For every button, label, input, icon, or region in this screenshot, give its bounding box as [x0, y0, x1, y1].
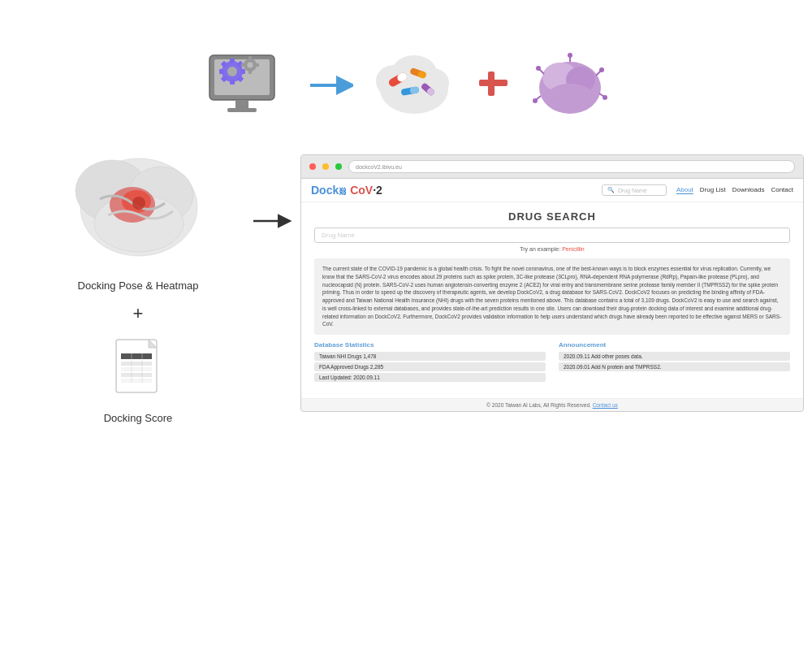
svg-rect-18: [256, 63, 259, 67]
announce-title: Announcement: [559, 341, 790, 349]
stats-row-3: Last Updated: 2020.09.11: [314, 373, 546, 382]
svg-rect-60: [121, 362, 152, 366]
nav-contact[interactable]: Contact: [771, 186, 793, 194]
description-text: The current state of the COVID-19 pandem…: [322, 266, 781, 327]
stats-announcement-section: Database Statistics Taiwan NHI Drugs 1,4…: [314, 341, 790, 384]
logo-dock: Dock: [311, 184, 339, 197]
footer-contact-link[interactable]: Contact us: [593, 402, 618, 408]
drug-search-title: DRUG SEARCH: [314, 210, 790, 223]
drug-input-placeholder: Drug Name: [322, 232, 355, 239]
browser-url-bar[interactable]: dockcoV2.ibivu.eu: [348, 160, 795, 173]
site-main: DRUG SEARCH Drug Name Try an example: Pe…: [301, 202, 803, 398]
svg-rect-35: [488, 72, 495, 96]
browser-dot-red: [309, 163, 316, 170]
description-block: The current state of the COVID-19 pandem…: [314, 258, 790, 335]
svg-point-5: [227, 67, 237, 76]
inhibit-icon: [475, 65, 512, 106]
svg-rect-9: [219, 69, 224, 74]
docking-score-label: Docking Score: [104, 412, 173, 424]
plus-separator: +: [133, 303, 144, 324]
logo-cov: CoV: [350, 184, 373, 197]
top-diagram: [0, 0, 812, 122]
virus-icon: [528, 51, 609, 120]
monitor-icon: [203, 49, 292, 122]
svg-point-45: [599, 67, 604, 72]
browser-dot-green: [335, 163, 342, 170]
svg-rect-7: [230, 80, 235, 84]
svg-point-41: [568, 53, 572, 58]
browser-dot-yellow: [322, 163, 329, 170]
bottom-section: Docking Pose & Heatmap + Docking S: [0, 146, 812, 424]
svg-point-39: [546, 84, 594, 113]
nav-downloads[interactable]: Downloads: [732, 186, 765, 194]
svg-point-56: [132, 197, 145, 210]
svg-rect-19: [241, 63, 244, 67]
protein-structure-icon: [67, 146, 209, 268]
browser-nav-bar: dockcoV2.ibivu.eu: [301, 155, 803, 179]
announcement-block: Announcement 2020.09.11 Add other poses …: [559, 341, 790, 384]
url-text: dockcoV2.ibivu.eu: [356, 164, 402, 170]
svg-point-15: [248, 63, 253, 68]
site-header: Dock⛓ CoV·2 🔍 Drug Name About Drug List …: [301, 179, 803, 202]
nav-drug-list[interactable]: Drug List: [700, 186, 726, 194]
nav-links: About Drug List Downloads Contact: [676, 186, 793, 194]
pills-cloud-icon: [369, 49, 459, 122]
svg-rect-61: [121, 367, 152, 371]
svg-rect-16: [248, 56, 252, 59]
left-panel: Docking Pose & Heatmap + Docking S: [16, 146, 260, 424]
stats-block: Database Statistics Taiwan NHI Drugs 1,4…: [314, 341, 546, 384]
example-link[interactable]: Penicillin: [562, 246, 585, 252]
site-nav-search: 🔍 Drug Name About Drug List Downloads Co…: [602, 184, 793, 196]
svg-rect-6: [230, 58, 235, 63]
browser-mockup: dockcoV2.ibivu.eu Dock⛓ CoV·2 🔍 Drug Nam…: [300, 154, 804, 412]
site-logo: Dock⛓ CoV·2: [311, 184, 382, 197]
site-footer: © 2020 Taiwan AI Labs, All Rights Reserv…: [301, 398, 803, 411]
svg-point-47: [533, 98, 538, 103]
example-text: Try an example:: [520, 246, 560, 252]
drug-search-example: Try an example: Penicillin: [314, 246, 790, 252]
svg-rect-62: [121, 373, 152, 377]
arrow-right-1: [309, 76, 353, 96]
stats-row-2: FDA Approved Drugs 2,285: [314, 362, 546, 371]
svg-rect-63: [121, 379, 152, 383]
svg-rect-2: [235, 100, 248, 108]
search-icon: 🔍: [607, 187, 615, 193]
announce-row-1: 2020.09.11 Add other poses data.: [559, 352, 790, 361]
announce-row-2: 2020.09.01 Add N protein and TMPRSS2.: [559, 362, 790, 371]
svg-rect-8: [240, 69, 245, 74]
svg-rect-17: [248, 71, 252, 74]
drug-search-input[interactable]: Drug Name: [314, 228, 790, 243]
svg-point-49: [603, 95, 607, 100]
svg-point-43: [536, 66, 541, 71]
svg-rect-59: [121, 353, 152, 359]
logo-chain: ⛓: [339, 187, 347, 196]
stats-row-1: Taiwan NHI Drugs 1,478: [314, 352, 546, 361]
logo-rest: ·2: [373, 184, 382, 197]
docking-pose-label: Docking Pose & Heatmap: [78, 280, 199, 292]
nav-about[interactable]: About: [676, 186, 693, 194]
stats-title: Database Statistics: [314, 341, 546, 349]
header-search-box[interactable]: 🔍 Drug Name: [602, 184, 667, 196]
footer-text: © 2020 Taiwan AI Labs, All Rights Reserv…: [486, 402, 591, 408]
document-icon: [110, 336, 166, 401]
svg-rect-3: [227, 108, 257, 112]
search-placeholder: Drug Name: [618, 188, 647, 193]
